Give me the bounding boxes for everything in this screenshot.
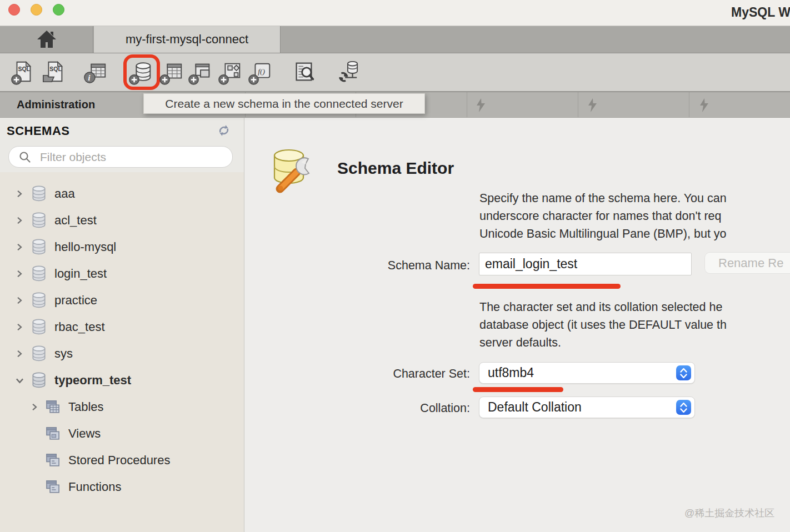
database-icon xyxy=(30,372,48,389)
collation-label: Collation: xyxy=(333,401,470,415)
schema-label: rbac_test xyxy=(54,320,105,334)
tables-icon xyxy=(44,398,62,416)
database-icon xyxy=(30,345,48,363)
schema-label: typeorm_test xyxy=(54,373,131,388)
title-bar: MySQL W xyxy=(0,0,790,26)
close-window-button[interactable] xyxy=(8,4,20,16)
create-procedure-icon xyxy=(218,59,243,85)
schema-tree-item[interactable]: rbac_test xyxy=(0,314,244,340)
new-sql-tab-icon: SQL xyxy=(11,59,36,85)
database-icon xyxy=(30,238,48,256)
window-title: MySQL W xyxy=(731,5,790,20)
administration-tab[interactable]: Administration xyxy=(17,98,95,111)
schema-name-label: Schema Name: xyxy=(333,259,470,273)
toolbar: SQL SQL i xyxy=(0,53,790,92)
schema-name-input[interactable] xyxy=(479,253,692,275)
lightning-icon xyxy=(698,98,711,113)
schema-label: acl_test xyxy=(54,213,97,228)
tab-home[interactable] xyxy=(0,26,93,53)
annotation-underline-schema-name xyxy=(473,284,621,289)
views-icon xyxy=(44,425,62,443)
chevron-right-icon[interactable] xyxy=(16,243,24,251)
collation-select[interactable]: Default Collation xyxy=(479,397,695,418)
lightning-icon xyxy=(475,98,487,113)
quick-action-button[interactable] xyxy=(587,98,599,115)
create-function-button[interactable]: f() xyxy=(248,59,273,85)
create-schema-button[interactable] xyxy=(128,59,154,85)
character-set-label: Character Set: xyxy=(333,367,470,381)
chevron-right-icon[interactable] xyxy=(16,190,24,198)
svg-text:SQL: SQL xyxy=(18,66,30,72)
tab-connection[interactable]: my-first-mysql-connect xyxy=(94,26,281,53)
schema-tree-item-selected[interactable]: typeorm_test xyxy=(0,367,244,394)
stepper-icon[interactable] xyxy=(676,365,691,380)
functions-icon xyxy=(44,478,62,496)
svg-text:i: i xyxy=(88,73,91,82)
schema-label: sys xyxy=(54,347,73,361)
schema-tree-child-item[interactable]: Stored Procedures xyxy=(0,447,244,474)
reconnect-database-icon xyxy=(334,59,359,85)
database-icon xyxy=(30,185,48,203)
schema-label: practice xyxy=(54,293,97,308)
schema-tree-item[interactable]: acl_test xyxy=(0,207,244,234)
quick-action-button[interactable] xyxy=(698,98,711,115)
chevron-right-icon[interactable] xyxy=(16,297,24,304)
table-inspector-button[interactable]: i xyxy=(83,59,108,85)
search-icon xyxy=(19,151,31,163)
schema-label: hello-mysql xyxy=(54,240,116,254)
schema-tree-item[interactable]: login_test xyxy=(0,260,244,287)
filter-objects-search[interactable] xyxy=(8,146,233,168)
schema-tree-item[interactable]: hello-mysql xyxy=(0,234,244,260)
table-inspector-icon: i xyxy=(83,59,108,85)
svg-text:f(): f() xyxy=(258,67,265,76)
minimize-window-button[interactable] xyxy=(31,4,42,16)
schema-child-label: Stored Procedures xyxy=(68,453,170,468)
schema-tree-item[interactable]: practice xyxy=(0,287,244,314)
create-schema-icon xyxy=(128,59,154,85)
tab-bar: my-first-mysql-connect xyxy=(0,26,790,53)
schema-tree-item[interactable]: aaa xyxy=(0,180,244,207)
chevron-right-icon[interactable] xyxy=(16,217,24,224)
schemas-section-title: SCHEMAS xyxy=(7,124,70,138)
schema-name-help-text: Specify the name of the schema here. You… xyxy=(479,189,727,243)
quick-action-button[interactable] xyxy=(475,98,487,115)
reconnect-database-button[interactable] xyxy=(334,59,359,85)
schema-label: aaa xyxy=(54,187,75,201)
schema-tree-child-item[interactable]: Functions xyxy=(0,474,244,500)
database-icon xyxy=(30,265,48,283)
refresh-icon xyxy=(217,123,231,138)
chevron-right-icon[interactable] xyxy=(16,270,24,278)
create-procedure-button[interactable] xyxy=(218,59,243,85)
schema-editor-icon xyxy=(267,143,317,195)
schema-tree-child-item[interactable]: Tables xyxy=(0,394,244,420)
divider xyxy=(578,92,578,117)
refresh-schemas-button[interactable] xyxy=(217,123,231,138)
database-icon xyxy=(30,212,48,229)
zoom-window-button[interactable] xyxy=(53,4,64,16)
search-table-data-icon xyxy=(291,59,317,85)
new-sql-tab-button[interactable]: SQL xyxy=(11,59,36,85)
home-icon xyxy=(35,28,58,51)
tooltip-text: Create a new schema in the connected ser… xyxy=(165,97,403,111)
database-icon xyxy=(30,292,48,309)
stepper-icon[interactable] xyxy=(676,400,691,415)
schema-tree-item[interactable]: sys xyxy=(0,340,244,367)
divider xyxy=(689,92,689,117)
create-table-icon xyxy=(159,59,184,85)
search-table-data-button[interactable] xyxy=(291,59,317,85)
schema-editor-panel: Schema Editor Specify the name of the sc… xyxy=(245,118,790,532)
chevron-right-icon[interactable] xyxy=(31,403,39,411)
rename-references-button[interactable]: Rename Re xyxy=(704,252,790,274)
character-set-select[interactable]: utf8mb4 xyxy=(479,362,695,384)
open-sql-script-button[interactable]: SQL xyxy=(41,59,67,85)
charset-help-text: The character set and its collation sele… xyxy=(479,298,727,352)
watermark-text: @稀土掘金技术社区 xyxy=(684,506,774,520)
chevron-down-icon[interactable] xyxy=(16,377,24,385)
filter-objects-input[interactable] xyxy=(40,150,218,164)
chevron-right-icon[interactable] xyxy=(16,350,24,358)
stored-procedures-icon xyxy=(44,451,62,469)
chevron-right-icon[interactable] xyxy=(16,323,24,331)
schema-tree-child-item[interactable]: Views xyxy=(0,420,244,447)
create-table-button[interactable] xyxy=(159,59,184,85)
create-view-button[interactable] xyxy=(188,59,213,85)
